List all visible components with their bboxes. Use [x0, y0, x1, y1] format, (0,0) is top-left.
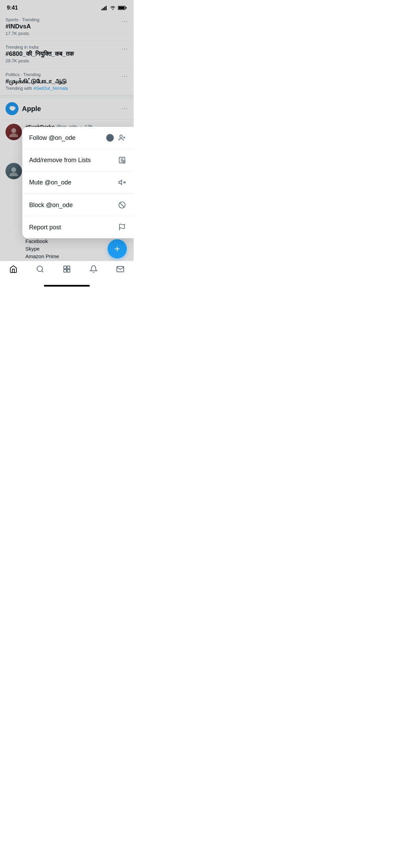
trending-label-sports: Sports · Trending: [5, 17, 128, 22]
trending-more-politics[interactable]: ···: [122, 73, 128, 80]
context-block-label: Block @on_ode: [29, 202, 117, 209]
trending-hashtag-sports: #INDvsA: [5, 23, 128, 30]
list-icon: [117, 155, 127, 165]
block-icon: [117, 200, 127, 210]
svg-rect-30: [67, 266, 70, 269]
tweet-1-avatar: [5, 124, 22, 140]
home-icon: [9, 265, 18, 274]
report-icon: [117, 222, 127, 232]
topic-icon-svg: [9, 105, 15, 112]
status-bar: 9:41: [0, 0, 134, 13]
context-lists[interactable]: Add/remove from Lists: [22, 149, 134, 171]
messages-icon: [116, 265, 125, 274]
context-report[interactable]: Report post: [22, 216, 134, 238]
context-report-label: Report post: [29, 224, 117, 231]
trending-hashtag-india: #6800_की_नियुक्ति_कब_तक: [5, 50, 128, 58]
home-indicator: [44, 285, 90, 287]
mute-icon: [117, 178, 127, 187]
wifi-icon: [110, 5, 116, 10]
topic-header[interactable]: Apple ···: [0, 98, 134, 120]
nav-messages[interactable]: [107, 265, 134, 274]
svg-point-8: [9, 133, 18, 137]
status-time: 9:41: [7, 5, 18, 11]
context-follow[interactable]: Follow @on_ode: [22, 127, 134, 149]
topic-icon: [5, 102, 19, 115]
context-mute[interactable]: Mute @on_ode: [22, 171, 134, 194]
svg-marker-21: [119, 180, 122, 185]
topic-more[interactable]: ···: [122, 106, 128, 112]
svg-point-10: [9, 172, 18, 176]
follow-indicator: [106, 134, 114, 142]
compose-icon: +: [114, 243, 120, 254]
context-lists-label: Add/remove from Lists: [29, 157, 117, 164]
trending-item-politics[interactable]: Politics · Trending #முடிக்கிட்டுபோடா_ஆட…: [0, 68, 134, 95]
trending-label-politics: Politics · Trending: [5, 72, 128, 77]
svg-point-7: [11, 128, 16, 133]
nav-home[interactable]: [0, 265, 27, 274]
section-divider: [0, 95, 134, 98]
follow-icon: [117, 133, 127, 143]
svg-rect-6: [126, 7, 127, 9]
trending-hashtag-politics: #முடிக்கிட்டுபோடா_ஆடு: [5, 78, 128, 85]
svg-rect-5: [119, 7, 125, 9]
topic-title: Apple: [22, 105, 122, 113]
trending-posts-sports: 17.7K posts: [5, 31, 128, 36]
avatar-silhouette: [9, 127, 19, 137]
trending-subtext-politics: Trending with #GetOut_Nirmala: [5, 86, 128, 91]
trending-item-sports[interactable]: Sports · Trending #INDvsA 17.7K posts ··…: [0, 13, 134, 40]
nav-spaces[interactable]: [53, 265, 80, 274]
search-icon: [36, 265, 45, 274]
svg-rect-29: [64, 266, 66, 269]
compose-fab[interactable]: +: [108, 239, 127, 258]
signal-icon: [101, 5, 108, 10]
trending-more-india[interactable]: ···: [122, 46, 128, 52]
status-icons: [101, 5, 127, 10]
svg-rect-0: [101, 9, 102, 10]
trending-item-india[interactable]: Trending in India #6800_की_नियुक्ति_कब_त…: [0, 40, 134, 68]
battery-icon: [118, 5, 127, 10]
svg-rect-3: [106, 6, 107, 10]
nav-notifications[interactable]: [80, 265, 107, 274]
context-mute-label: Mute @on_ode: [29, 179, 117, 186]
svg-rect-1: [103, 8, 104, 10]
svg-point-11: [120, 135, 122, 137]
context-menu: Follow @on_ode Add/remove from Lists: [22, 127, 134, 238]
trending-more-sports[interactable]: ···: [122, 19, 128, 25]
svg-point-9: [11, 167, 16, 172]
svg-rect-31: [64, 269, 66, 272]
svg-point-27: [37, 266, 42, 272]
context-block[interactable]: Block @on_ode: [22, 194, 134, 216]
tweet-2-avatar: [5, 163, 22, 179]
svg-line-28: [42, 271, 43, 272]
svg-line-25: [120, 203, 124, 207]
nav-search[interactable]: [27, 265, 53, 274]
svg-rect-32: [67, 269, 70, 272]
spaces-icon: [62, 265, 71, 274]
avatar-silhouette-2: [9, 166, 19, 176]
context-follow-label: Follow @on_ode: [29, 134, 106, 142]
trending-label-india: Trending in India: [5, 45, 128, 50]
notifications-icon: [89, 265, 98, 274]
svg-rect-2: [104, 7, 105, 10]
trending-posts-india: 29.7K posts: [5, 58, 128, 63]
